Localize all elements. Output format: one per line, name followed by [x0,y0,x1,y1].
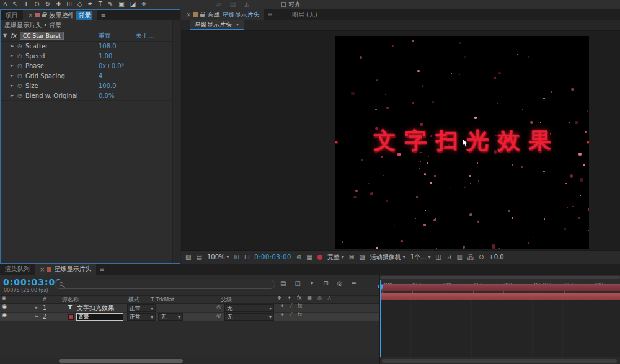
frame-blend-icon[interactable]: ⊞ [323,280,328,286]
fast-previews-icon[interactable]: ⊿ [446,254,451,260]
stopwatch-icon[interactable]: ◷ [17,53,22,59]
window-icon[interactable]: ▤ [196,254,202,260]
preview-monitor-icon[interactable]: ▧ [185,254,191,260]
parent-pickwhip-icon[interactable]: ◎ [216,304,221,310]
hand-tool[interactable]: ✛ [24,1,29,7]
dimmed-tool-icon-3[interactable]: ◭ [244,1,249,7]
close-icon[interactable]: × [28,12,33,19]
type-tool[interactable]: T [99,1,102,7]
quality-switch[interactable]: ⁄ [291,313,291,317]
viewer-tab[interactable]: 星爆显示片头 ▾ [190,20,244,30]
layer-expander-icon[interactable]: ► [35,306,38,310]
home-icon[interactable]: ⌂ [3,1,7,7]
effect-expander-icon[interactable]: ▼ [3,30,7,42]
hide-shy-icon[interactable]: ✦ [309,280,314,286]
camera-select[interactable]: 活动摄像机▾ [370,253,405,262]
shape-tool[interactable]: ◇ [78,1,82,7]
pixel-aspect-icon[interactable]: ◫ [436,254,441,260]
layer-expander-icon[interactable]: ► [35,314,38,319]
parent-select[interactable]: 无 ▾ [224,313,274,321]
property-row[interactable]: ► ◷ Grid Spacing 4 [1,71,180,81]
transparency-grid-icon[interactable]: ▨ [359,254,365,260]
resolution-select[interactable]: 完整▾ [327,253,344,262]
tab-composition[interactable]: × 合成 星爆显示片头 [181,9,264,20]
pan-behind-tool[interactable]: ⊞ [66,1,71,7]
property-value[interactable]: 0x+0.0° [99,61,125,71]
brush-tool[interactable]: ✎ [108,1,113,7]
collapse-switch[interactable]: ✦ [280,304,285,309]
tab-timeline-comp[interactable]: × 星爆显示片头 [35,264,96,275]
fx-switch[interactable]: fx [298,313,303,317]
trkmat-select[interactable]: 无 ▾ [158,313,183,321]
property-row[interactable]: ► ◷ Blend w. Original 0.0% [1,91,180,101]
stopwatch-icon[interactable]: ◷ [17,83,22,89]
rotation-tool[interactable]: ↻ [45,1,50,7]
exposure-value[interactable]: +0.0 [489,254,503,260]
graph-editor-icon[interactable]: ≣ [351,280,356,286]
parent-pickwhip-icon[interactable]: ◎ [216,313,221,319]
tab-render-queue[interactable]: 渲染队列 [0,264,35,275]
align-checkbox[interactable] [281,2,286,7]
column-source-name[interactable]: 源名称 [62,296,79,304]
blend-mode-select[interactable]: 正常 ▾ [127,313,156,321]
stopwatch-icon[interactable]: ◷ [17,93,22,99]
property-row[interactable]: ► ◷ Speed 1.00 [1,51,180,61]
effect-name[interactable]: CC Star Burst [20,32,64,40]
zoom-tool[interactable]: ⊙ [34,1,39,7]
reset-link[interactable]: 重置 [99,30,111,42]
fx-switch[interactable]: fx [298,304,303,309]
layer-row-1[interactable]: ◉ ► 1 T 文字扫光效果 正常 ▾ ◎ 无 ▾ ✦⁄fx [0,304,379,313]
layer-duration-bar-1[interactable] [380,284,620,291]
column-trkmat[interactable]: T TrkMat [151,296,174,304]
panel-menu-icon[interactable]: ≡ [97,12,108,19]
layer-row-2[interactable]: ◉ ► 2 正常 ▾ 无 ▾ ◎ 无 ▾ ✦⁄fx [0,313,379,321]
expander-icon[interactable]: ► [11,94,14,98]
expander-icon[interactable]: ► [11,64,14,68]
about-link[interactable]: 关于... [136,30,154,42]
tab-layer-viewer[interactable]: 图层 (无) [287,9,322,20]
magnification-select[interactable]: 100%▾ [207,254,229,260]
clone-stamp-tool[interactable]: ▣ [118,1,124,7]
property-value[interactable]: 1.00 [99,51,112,61]
layer-name[interactable]: 文字扫光效果 [77,304,114,312]
layer-duration-bar-2[interactable] [380,293,620,300]
close-icon[interactable]: × [186,11,191,18]
motion-blur-icon[interactable]: ◎ [337,280,343,286]
panel-h-scrollbar[interactable] [59,359,183,363]
search-input[interactable] [66,281,271,288]
parent-select[interactable]: 无 ▾ [224,304,274,312]
selection-handle-left[interactable] [335,141,338,144]
shy-column-icon[interactable]: ❖ [277,296,281,301]
comp-flow-icon[interactable]: 品 [467,254,474,260]
property-row[interactable]: ► ◷ Size 100.0 [1,81,180,91]
fx-column-icon[interactable]: fx [297,296,302,301]
property-row[interactable]: ► ◷ Phase 0x+0.0° [1,61,180,71]
lock-icon[interactable] [42,14,46,17]
layer-rename-input[interactable] [76,313,123,321]
channels-icon[interactable] [317,255,322,260]
timeline-button-icon[interactable]: ▥ [456,254,462,260]
column-index[interactable]: # [42,296,47,304]
expander-icon[interactable]: ► [11,84,14,88]
quality-switch[interactable]: ⁄ [291,304,291,309]
current-time-indicator[interactable] [380,280,381,357]
blend-mode-select[interactable]: 正常 ▾ [127,304,156,312]
eraser-tool[interactable]: ◪ [130,1,136,7]
motion-blur-column-icon[interactable]: ◎ [317,296,322,301]
property-value[interactable]: 0.0% [99,91,114,101]
selection-handle-right[interactable] [587,141,589,144]
show-snapshot-icon[interactable]: ▦ [306,254,312,260]
dimmed-tool-icon-2[interactable]: ▤ [230,1,236,7]
property-value[interactable]: 108.0 [99,42,117,51]
column-parent[interactable]: 父级 [221,296,232,304]
effect-panel-scrollbar[interactable] [172,20,180,263]
property-value[interactable]: 100.0 [99,81,117,91]
snapshot-icon[interactable]: ⊚ [296,254,301,260]
lock-icon[interactable] [200,14,205,17]
visibility-toggle[interactable]: ◉ [2,313,7,318]
draft-3d-icon[interactable]: ◫ [294,280,300,286]
grid-guides-icon[interactable]: ⊞ [234,254,239,260]
expander-icon[interactable]: ► [11,54,14,58]
pen-tool[interactable]: ✒ [87,1,92,7]
composition-viewport[interactable]: 文字扫光效果 [335,36,589,249]
